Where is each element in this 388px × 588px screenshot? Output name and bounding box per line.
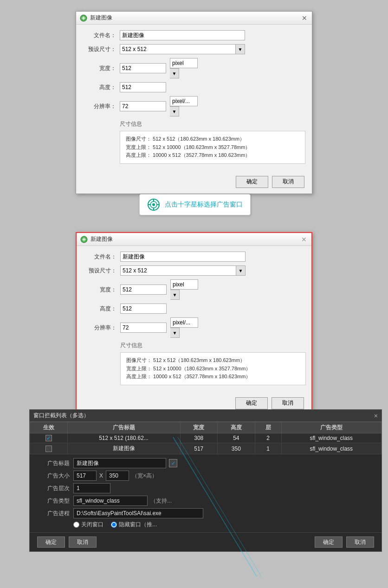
col-header-enable: 生效 xyxy=(30,422,68,433)
row1-layer: 2 xyxy=(255,433,281,443)
dialog2-titlebar: 新建图像 ✕ xyxy=(77,233,311,246)
panel-cancel1-button[interactable]: 取消 xyxy=(69,536,97,548)
preset-input[interactable] xyxy=(120,44,236,54)
dialog2-ok-button[interactable]: 确定 xyxy=(235,397,268,409)
panel-footer-left: 确定 取消 xyxy=(37,536,97,548)
dialog1-cancel-button[interactable]: 取消 xyxy=(272,176,304,188)
bottom-panel: 窗口拦截列表（多选） × 生效 广告标题 宽度 高度 层 广告类型 ✓ xyxy=(29,409,382,552)
d2-preset-dropdown-btn[interactable]: ▼ xyxy=(236,265,246,276)
col-header-height: 高度 xyxy=(218,422,255,433)
dialog1-ok-button[interactable]: 确定 xyxy=(236,176,268,188)
d2-pixel-unit-input[interactable] xyxy=(170,279,198,290)
ad-process-label: 广告进程 xyxy=(37,510,70,517)
d2-resolution-unit-container: ▼ xyxy=(170,317,198,338)
row2-type: sfl_window_class xyxy=(281,443,382,454)
row2-checkbox[interactable] xyxy=(45,446,52,452)
row2-title: 新建图像 xyxy=(67,443,180,454)
col-header-title: 广告标题 xyxy=(67,422,180,433)
row2-height: 350 xyxy=(218,443,255,454)
dialog1-footer: 确定 取消 xyxy=(76,172,312,194)
filename-input[interactable] xyxy=(120,30,245,40)
d2-size-line3: 高度上限： 10000 x 512（3527.78mm x 180.623mm） xyxy=(126,373,300,381)
panel-footer: 确定 取消 确定 取消 xyxy=(30,532,382,551)
resolution-unit-dropdown-btn[interactable]: ▼ xyxy=(170,106,179,116)
height-row: 高度： xyxy=(84,82,304,92)
resolution-input[interactable] xyxy=(120,101,166,111)
d2-pixel-unit-dropdown-btn[interactable]: ▼ xyxy=(170,290,180,300)
ad-title-label: 广告标题 xyxy=(37,459,70,467)
row2-layer: 1 xyxy=(255,443,281,454)
action-radio-group: 关闭窗口 隐藏窗口（推... xyxy=(73,521,374,529)
row1-width: 308 xyxy=(180,433,218,443)
d2-preset-input[interactable] xyxy=(120,265,236,276)
ad-size-label: 广告大小 xyxy=(37,472,70,480)
row1-enable[interactable]: ✓ xyxy=(30,433,68,443)
ads-table-container: 生效 广告标题 宽度 高度 层 广告类型 ✓ 512 x 512 (180.62… xyxy=(30,422,382,454)
table-header-row: 生效 广告标题 宽度 高度 层 广告类型 xyxy=(30,422,382,433)
col-header-width: 宽度 xyxy=(180,422,218,433)
height-label: 高度： xyxy=(84,84,116,91)
preset-select-container: ▼ xyxy=(120,44,245,54)
resolution-unit-input[interactable] xyxy=(170,96,198,106)
ad-title-value-row: ✓ xyxy=(73,458,374,468)
dialog2-close-button[interactable]: ✕ xyxy=(300,236,308,243)
svg-point-4 xyxy=(152,203,155,206)
ads-table: 生效 广告标题 宽度 高度 层 广告类型 ✓ 512 x 512 (180.62… xyxy=(30,422,382,454)
d2-resolution-unit-dropdown-btn[interactable]: ▼ xyxy=(170,328,180,338)
pixel-unit-container: ▼ xyxy=(170,58,198,78)
width-label: 宽度： xyxy=(84,65,116,72)
d2-size-line2: 宽度上限： 512 x 10000（180.623mm x 3527.78mm） xyxy=(126,365,300,373)
filename-row: 文件名： xyxy=(84,30,304,40)
radio-hide-label: 隐藏窗口（推... xyxy=(119,521,157,529)
ad-process-value-row xyxy=(73,508,374,518)
width-row: 宽度： ▼ xyxy=(84,58,304,78)
ad-process-input[interactable] xyxy=(73,508,203,518)
d2-resolution-input[interactable] xyxy=(120,323,167,333)
height-input[interactable] xyxy=(120,82,166,92)
ad-title-input[interactable] xyxy=(73,458,166,468)
d2-preset-select-container: ▼ xyxy=(120,265,246,276)
row1-type: sfl_window_class xyxy=(281,433,382,443)
ad-height-input[interactable] xyxy=(106,471,129,481)
ad-type-input[interactable] xyxy=(73,496,148,506)
d2-filename-input[interactable] xyxy=(120,252,246,262)
ad-layer-input[interactable] xyxy=(73,483,110,493)
dialog2-cancel-button[interactable]: 取消 xyxy=(272,397,304,409)
bottom-panel-close-button[interactable]: × xyxy=(374,412,378,420)
ad-layer-value-row xyxy=(73,483,374,493)
ad-title-check[interactable]: ✓ xyxy=(169,459,177,467)
d2-width-input[interactable] xyxy=(120,284,167,295)
dialog1-body: 文件名： 预设尺寸： ▼ 宽度： ▼ 高度： 分辨率： xyxy=(76,25,312,172)
panel-cancel2-button[interactable]: 取消 xyxy=(346,536,374,548)
d2-height-label: 高度： xyxy=(84,305,116,313)
size-info-title: 尺寸信息 xyxy=(120,121,142,127)
ad-type-label: 广告类型 xyxy=(37,497,70,505)
ad-width-input[interactable] xyxy=(73,471,97,481)
radio-close-label: 关闭窗口 xyxy=(81,521,103,529)
radio-close-input[interactable] xyxy=(73,522,79,528)
radio-hide-window[interactable]: 隐藏窗口（推... xyxy=(111,521,157,529)
panel-footer-right: 确定 取消 xyxy=(315,536,374,548)
size-info-section: 尺寸信息 图像尺寸： 512 x 512（180.623mm x 180.623… xyxy=(84,120,304,164)
panel-ok1-button[interactable]: 确定 xyxy=(37,536,65,548)
col-header-type: 广告类型 xyxy=(281,422,382,433)
d2-resolution-row: 分辨率： ▼ xyxy=(84,317,304,338)
preset-dropdown-btn[interactable]: ▼ xyxy=(236,44,245,54)
dialog2: 新建图像 ✕ 文件名： 预设尺寸： ▼ 宽度： ▼ 高度： 分辨 xyxy=(76,232,312,416)
dialog1-close-button[interactable]: ✕ xyxy=(301,14,308,22)
radio-close-window[interactable]: 关闭窗口 xyxy=(73,521,103,529)
bottom-panel-titlebar: 窗口拦截列表（多选） × xyxy=(30,410,382,422)
width-input[interactable] xyxy=(120,63,166,73)
size-line1: 图像尺寸： 512 x 512（180.623mm x 180.623mm） xyxy=(126,135,299,143)
size-line2: 宽度上限： 512 x 10000（180.623mm x 3527.78mm） xyxy=(126,143,299,152)
pixel-unit-dropdown-btn[interactable]: ▼ xyxy=(170,68,179,78)
pixel-unit-input[interactable] xyxy=(170,58,198,68)
d2-resolution-unit-input[interactable] xyxy=(170,317,198,328)
row1-checkbox[interactable]: ✓ xyxy=(45,435,52,441)
radio-hide-input[interactable] xyxy=(111,522,117,528)
size-info-box: 图像尺寸： 512 x 512（180.623mm x 180.623mm） 宽… xyxy=(120,131,305,164)
row2-enable[interactable] xyxy=(30,443,68,454)
d2-preset-row: 预设尺寸： ▼ xyxy=(84,265,304,276)
d2-height-input[interactable] xyxy=(120,304,167,314)
panel-ok2-button[interactable]: 确定 xyxy=(315,536,343,548)
